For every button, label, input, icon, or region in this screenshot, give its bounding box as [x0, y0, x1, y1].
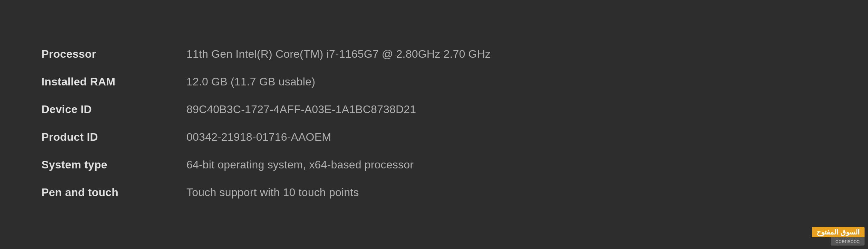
- spec-label-2: Device ID: [41, 103, 186, 116]
- spec-label-1: Installed RAM: [41, 75, 186, 88]
- spec-label-3: Product ID: [41, 131, 186, 144]
- spec-value-2: 89C40B3C-1727-4AFF-A03E-1A1BC8738D21: [186, 103, 416, 116]
- specs-container: Processor11th Gen Intel(R) Core(TM) i7-1…: [0, 28, 868, 221]
- spec-label-0: Processor: [41, 48, 186, 61]
- spec-row: Pen and touchTouch support with 10 touch…: [41, 180, 827, 208]
- spec-value-0: 11th Gen Intel(R) Core(TM) i7-1165G7 @ 2…: [186, 48, 491, 61]
- spec-label-4: System type: [41, 158, 186, 171]
- spec-value-4: 64-bit operating system, x64-based proce…: [186, 158, 414, 171]
- spec-value-1: 12.0 GB (11.7 GB usable): [186, 75, 315, 88]
- watermark-top: السوق المفتوح: [812, 227, 865, 237]
- spec-value-3: 00342-21918-01716-AAOEM: [186, 131, 331, 144]
- watermark: السوق المفتوح opensooq: [812, 227, 865, 246]
- spec-row: System type64-bit operating system, x64-…: [41, 152, 827, 180]
- spec-value-5: Touch support with 10 touch points: [186, 186, 359, 199]
- spec-row: Processor11th Gen Intel(R) Core(TM) i7-1…: [41, 42, 827, 69]
- spec-row: Product ID00342-21918-01716-AAOEM: [41, 124, 827, 152]
- watermark-bottom: opensooq: [831, 237, 865, 246]
- spec-row: Device ID89C40B3C-1727-4AFF-A03E-1A1BC87…: [41, 97, 827, 124]
- spec-row: Installed RAM12.0 GB (11.7 GB usable): [41, 69, 827, 97]
- spec-label-5: Pen and touch: [41, 186, 186, 199]
